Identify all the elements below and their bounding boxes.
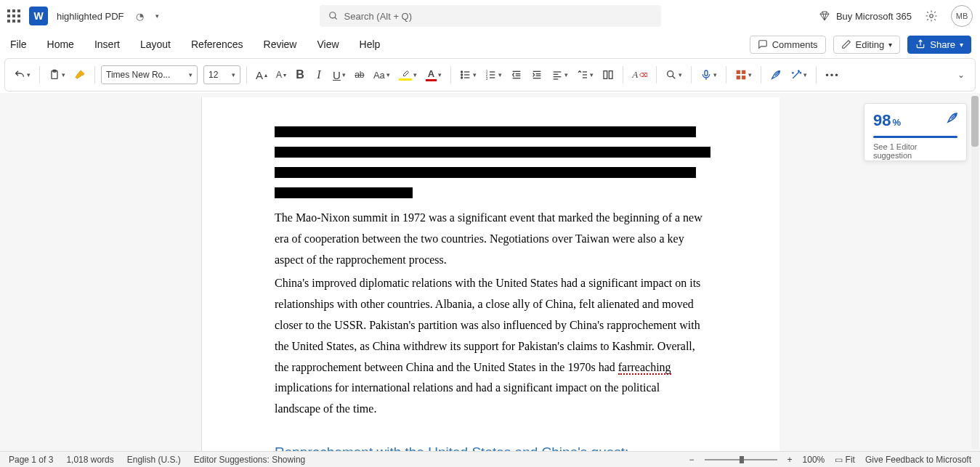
comments-button[interactable]: Comments (750, 36, 826, 54)
strikethrough-button[interactable]: ab (352, 67, 368, 83)
paste-button[interactable]: ▾ (46, 66, 68, 84)
search-icon (328, 11, 339, 21)
ribbon-collapse-button[interactable]: ⌄ (953, 67, 969, 83)
shrink-font-button[interactable]: A▾ (273, 67, 289, 83)
tab-help[interactable]: Help (358, 36, 382, 53)
paragraph[interactable]: China's improved diplomatic relations wi… (275, 273, 707, 420)
page-content[interactable]: The Mao-Nixon summit in 1972 was a signi… (202, 97, 779, 467)
redacted-line (275, 126, 696, 137)
feather-icon (770, 69, 782, 81)
zoom-slider[interactable] (705, 459, 777, 460)
chevron-down-icon: ▾ (888, 41, 892, 49)
redacted-line (275, 147, 710, 158)
font-size-selector[interactable]: 12▾ (203, 65, 240, 84)
app-launcher[interactable] (7, 9, 20, 23)
buy-microsoft-365-button[interactable]: Buy Microsoft 365 (819, 10, 912, 22)
editor-button[interactable] (767, 66, 785, 84)
indent-icon (531, 69, 543, 81)
ribbon-tabs: File Home Insert Layout References Revie… (0, 32, 980, 57)
vertical-scrollbar[interactable] (971, 96, 979, 449)
document-title[interactable]: highlighted PDF (57, 11, 124, 22)
tab-view[interactable]: View (315, 36, 340, 53)
tab-references[interactable]: References (190, 36, 245, 53)
format-painter-button[interactable] (71, 66, 89, 84)
editor-score-value: 98 (873, 111, 891, 130)
chevron-down-icon: ▾ (960, 41, 963, 49)
undo-button[interactable]: ▾ (11, 66, 33, 84)
language-status[interactable]: English (U.S.) (127, 455, 181, 465)
zoom-in-button[interactable]: + (787, 455, 793, 465)
zoom-slider-thumb[interactable] (740, 456, 744, 463)
editor-score-panel[interactable]: 98% See 1 Editor suggestion (864, 103, 967, 161)
editor-hint-text: See 1 Editor suggestion (873, 142, 957, 160)
svg-point-34 (668, 71, 673, 77)
document-area: The Mao-Nixon summit in 1972 was a signi… (0, 93, 980, 451)
microphone-icon (700, 69, 712, 81)
bullets-button[interactable]: ▾ (457, 66, 479, 84)
editing-mode-button[interactable]: Editing ▾ (833, 36, 901, 54)
svg-point-0 (329, 12, 335, 18)
more-options-button[interactable]: ••• (822, 67, 843, 84)
user-avatar[interactable]: MB (951, 5, 973, 27)
designer-button[interactable]: ▾ (787, 66, 810, 84)
magnifier-icon (665, 69, 677, 81)
paragraph[interactable]: The Mao-Nixon summit in 1972 was a signi… (275, 208, 707, 270)
feather-icon (946, 111, 959, 124)
svg-line-1 (334, 17, 336, 20)
align-left-icon (551, 69, 563, 81)
spelling-error[interactable]: farreaching (618, 361, 671, 375)
clipboard-icon (49, 69, 60, 81)
columns-button[interactable] (599, 66, 617, 84)
increase-indent-button[interactable] (528, 66, 546, 84)
svg-rect-40 (742, 76, 745, 79)
page-count[interactable]: Page 1 of 3 (9, 455, 53, 465)
share-button[interactable]: Share ▾ (907, 36, 971, 54)
feedback-link[interactable]: Give Feedback to Microsoft (865, 455, 971, 465)
outdent-icon (511, 69, 522, 81)
numbering-button[interactable]: 123▾ (482, 66, 505, 84)
align-button[interactable]: ▾ (548, 66, 571, 84)
italic-button[interactable]: I (311, 65, 327, 84)
change-case-button[interactable]: Aa▾ (370, 67, 393, 84)
fit-button[interactable]: ▭ Fit (835, 455, 855, 465)
editor-suggestions-status[interactable]: Editor Suggestions: Showing (194, 455, 305, 465)
svg-rect-37 (737, 70, 740, 74)
tab-file[interactable]: File (9, 36, 28, 53)
undo-icon (14, 69, 25, 81)
word-count[interactable]: 1,018 words (66, 455, 113, 465)
tab-review[interactable]: Review (262, 36, 299, 53)
decrease-indent-button[interactable] (508, 66, 525, 84)
search-box[interactable]: Search (Alt + Q) (320, 5, 661, 27)
grid-icon (735, 69, 747, 81)
bold-button[interactable]: B (292, 65, 308, 84)
svg-point-2 (930, 15, 934, 18)
font-name-selector[interactable]: Times New Ro...▾ (101, 65, 198, 84)
svg-point-6 (461, 74, 463, 76)
tab-insert[interactable]: Insert (93, 36, 121, 53)
underline-button[interactable]: U▾ (330, 66, 349, 84)
highlight-color-button[interactable]: ▾ (396, 67, 420, 84)
columns-icon (602, 69, 614, 81)
settings-gear-icon[interactable] (925, 9, 938, 23)
comment-icon (758, 39, 768, 49)
scrollbar-thumb[interactable] (971, 96, 979, 147)
line-spacing-button[interactable]: ▾ (574, 66, 596, 84)
svg-point-7 (461, 77, 463, 78)
line-spacing-icon (577, 69, 588, 81)
font-color-button[interactable]: A▾ (423, 65, 445, 84)
zoom-level[interactable]: 100% (803, 455, 825, 465)
dictate-button[interactable]: ▾ (697, 66, 720, 84)
tab-layout[interactable]: Layout (139, 36, 172, 53)
highlighter-icon (400, 70, 410, 78)
buy-label: Buy Microsoft 365 (836, 11, 912, 22)
magic-wand-icon (790, 69, 802, 81)
tab-home[interactable]: Home (46, 36, 76, 53)
grow-font-button[interactable]: A▴ (253, 66, 270, 84)
svg-text:3: 3 (486, 77, 488, 81)
svg-line-35 (673, 76, 676, 79)
clear-formatting-button[interactable]: A⌫ (629, 66, 650, 84)
title-chevron-icon[interactable]: ▾ (155, 12, 159, 20)
grid-view-button[interactable]: ▾ (732, 66, 755, 84)
zoom-out-button[interactable]: − (689, 455, 694, 465)
find-button[interactable]: ▾ (663, 66, 685, 84)
